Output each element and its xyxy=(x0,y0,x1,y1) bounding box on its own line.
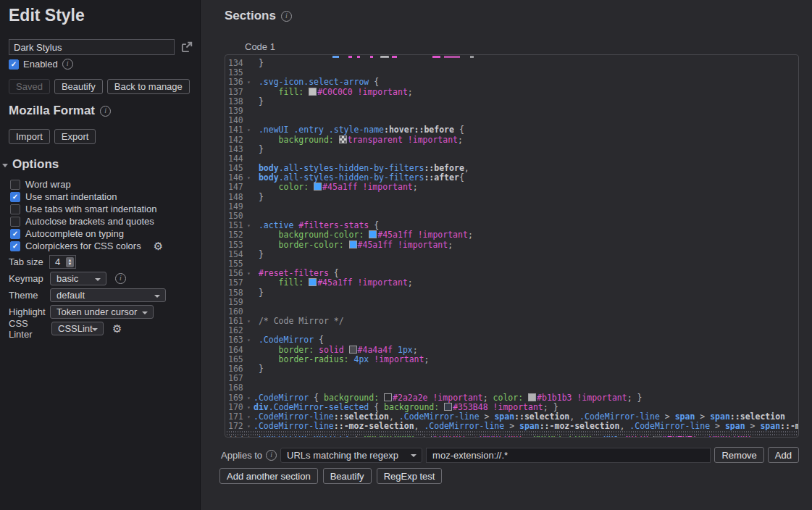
line-number: 159 xyxy=(225,298,244,307)
code-line[interactable]: 146 body.all-styles-hidden-by-filters::a… xyxy=(225,173,798,183)
color-swatch[interactable] xyxy=(314,183,322,191)
add-another-section-button[interactable]: Add another section xyxy=(219,468,318,484)
code-token: #45a1ff !important xyxy=(377,230,468,240)
code-line[interactable]: 154 } xyxy=(225,250,798,259)
enabled-checkbox[interactable] xyxy=(9,59,19,70)
code-line[interactable]: 138 } xyxy=(225,97,798,106)
fold-arrow-icon[interactable] xyxy=(244,173,254,183)
import-button[interactable]: Import xyxy=(9,129,50,144)
code-line[interactable]: 136 .svg-icon.select-arrow { xyxy=(225,78,798,87)
code-line[interactable]: 140 xyxy=(225,116,798,125)
fold-arrow-icon[interactable] xyxy=(244,269,254,278)
fold-arrow-icon[interactable] xyxy=(244,78,254,87)
remove-section-button[interactable]: Remove xyxy=(714,447,763,463)
code-line[interactable]: 152 background-color: #45a1ff !important… xyxy=(225,230,798,240)
code-line[interactable]: 158 } xyxy=(225,288,798,298)
code-line[interactable]: 134 } xyxy=(225,59,798,68)
style-name-input[interactable] xyxy=(9,39,175,55)
code-line[interactable]: 159 xyxy=(225,298,798,307)
color-swatch[interactable] xyxy=(349,346,357,354)
fold-arrow-icon[interactable] xyxy=(244,393,254,403)
beautify-button[interactable]: Beautify xyxy=(54,79,103,94)
regexp-test-button[interactable]: RegExp test xyxy=(377,468,443,484)
code-line[interactable]: 155 xyxy=(225,259,798,269)
code-line[interactable]: 144 xyxy=(225,154,798,164)
code-line[interactable]: 145 body.all-styles-hidden-by-filters::b… xyxy=(225,164,798,173)
code-line[interactable]: 151 .active #filters-stats { xyxy=(225,221,798,230)
code-line[interactable]: 137 fill: #C0C0C0 !important; xyxy=(225,88,798,97)
stylus-edit-style-page: Edit Style Enabled Saved Beautify Back t… xyxy=(0,0,812,510)
fold-arrow-icon[interactable] xyxy=(244,125,254,135)
code-line[interactable]: 148 } xyxy=(225,193,798,202)
fold-arrow-icon[interactable] xyxy=(244,403,254,412)
code-line[interactable]: 162 xyxy=(225,326,798,335)
css-linter-select[interactable]: CSSLint xyxy=(51,322,104,335)
keymap-select[interactable]: basic xyxy=(50,272,106,285)
code-line[interactable]: 166 } xyxy=(225,364,798,374)
code-editor[interactable]: 134 }135136 .svg-icon.select-arrow {137 … xyxy=(225,54,799,438)
fold-gutter xyxy=(244,346,254,355)
code-line[interactable]: 135 xyxy=(225,68,798,78)
color-swatch[interactable] xyxy=(339,135,347,143)
code-line[interactable]: 139 xyxy=(225,106,798,116)
code-token: { xyxy=(329,269,339,278)
word-wrap-checkbox[interactable] xyxy=(10,180,20,190)
code-line[interactable]: 153 border-color: #45a1ff !important; xyxy=(225,241,798,250)
code-line[interactable]: 160 xyxy=(225,307,798,317)
colorpickers-checkbox[interactable] xyxy=(10,241,20,251)
theme-select[interactable]: default xyxy=(50,288,166,302)
autoclose-checkbox[interactable] xyxy=(10,217,20,227)
export-button[interactable]: Export xyxy=(54,129,96,144)
line-number: 168 xyxy=(225,383,244,393)
highlight-select[interactable]: Token under cursor xyxy=(50,305,154,319)
code-line[interactable]: 142 background: transparent !important; xyxy=(225,135,798,145)
code-line[interactable]: 169.CodeMirror { background: #2a2a2e !im… xyxy=(225,393,798,403)
fold-arrow-icon[interactable] xyxy=(244,221,254,230)
color-swatch[interactable] xyxy=(309,278,317,286)
code-line[interactable]: 165 border-radius: 4px !important; xyxy=(225,355,798,364)
fold-gutter xyxy=(244,307,254,317)
code-line[interactable]: 163 .CodeMirror { xyxy=(225,335,798,345)
code-line[interactable]: 141 .newUI .entry .style-name:hover::bef… xyxy=(225,125,798,135)
code-line-content xyxy=(254,326,798,335)
code-line[interactable]: 157 fill: #45a1ff !important; xyxy=(225,278,798,288)
code-line[interactable]: 150 xyxy=(225,212,798,221)
code-line[interactable]: 164 border: solid #4a4a4f 1px; xyxy=(225,346,798,355)
options-disclosure-triangle-icon[interactable] xyxy=(2,164,8,167)
tab-size-stepper[interactable] xyxy=(66,257,74,267)
open-editor-in-new-window-icon[interactable] xyxy=(180,41,193,54)
color-swatch[interactable] xyxy=(369,230,377,238)
fold-arrow-icon[interactable] xyxy=(244,335,254,345)
code-line[interactable]: 167 xyxy=(225,374,798,383)
code-token: #C0C0C0 !important xyxy=(317,88,408,97)
css-linter-settings-gear-icon[interactable] xyxy=(112,323,122,334)
code-line[interactable]: 168 xyxy=(225,383,798,393)
fold-arrow-icon[interactable] xyxy=(244,317,254,326)
code-line[interactable]: 149 xyxy=(225,202,798,212)
editor-horizontal-scrollbar[interactable] xyxy=(226,430,798,436)
tabs-smart-indent-checkbox[interactable] xyxy=(10,204,20,214)
tab-size-input[interactable]: 4 xyxy=(49,255,76,269)
color-swatch[interactable] xyxy=(444,403,452,411)
fold-arrow-icon[interactable] xyxy=(244,412,254,422)
code-token: , xyxy=(464,164,469,173)
add-section-button[interactable]: Add xyxy=(768,447,799,463)
applies-to-match-type-select[interactable]: URLs matching the regexp xyxy=(280,448,422,463)
code-line[interactable]: 171.CodeMirror-line::selection, .CodeMir… xyxy=(225,412,798,422)
code-line[interactable]: 143 } xyxy=(225,145,798,154)
code-line[interactable]: 156 #reset-filters { xyxy=(225,269,798,278)
code-line[interactable]: 147 color: #45a1ff !important; xyxy=(225,183,798,192)
beautify-section-button[interactable]: Beautify xyxy=(323,468,372,484)
back-to-manage-button[interactable]: Back to manage xyxy=(107,79,190,94)
color-swatch[interactable] xyxy=(309,88,317,96)
smart-indent-checkbox[interactable] xyxy=(10,192,20,202)
color-swatch[interactable] xyxy=(384,393,392,401)
colorpickers-settings-gear-icon[interactable] xyxy=(154,241,163,251)
color-swatch[interactable] xyxy=(349,241,357,248)
color-swatch[interactable] xyxy=(528,393,536,401)
code-line[interactable]: 170div.CodeMirror-selected { background:… xyxy=(225,403,798,412)
code-line[interactable]: 161 /* Code Mirror */ xyxy=(225,317,798,326)
applies-to-pattern-input[interactable] xyxy=(426,448,711,463)
saved-button: Saved xyxy=(9,79,50,94)
autocomplete-checkbox[interactable] xyxy=(10,229,20,239)
